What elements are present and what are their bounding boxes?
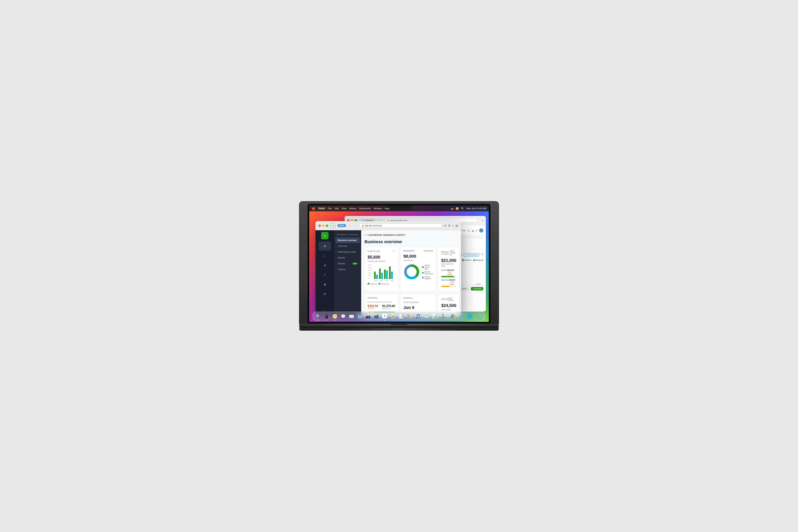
- dock-numbers[interactable]: 📊: [431, 312, 438, 320]
- dock-appstore[interactable]: 🛍️: [449, 312, 457, 320]
- sidebar-item-taxes[interactable]: ⊞: [319, 289, 331, 299]
- bg-notification-icon[interactable]: 🔔: [472, 229, 474, 232]
- pl-income-header: Income $29,000 8 to review: [441, 269, 456, 276]
- add-item-btn[interactable]: + Add item: [471, 287, 483, 290]
- menu-view[interactable]: View: [341, 207, 346, 210]
- close-button-fg[interactable]: [318, 225, 321, 227]
- cashflow-legend: Money in Money out: [368, 283, 395, 285]
- url-text: app.qbo.intuit.com: [365, 225, 382, 227]
- subnav-item-performance[interactable]: Performance center: [336, 249, 360, 255]
- dock-homebrew[interactable]: 🍺: [389, 312, 397, 320]
- dock-divider: [448, 313, 448, 319]
- dock-messages[interactable]: 💬: [339, 312, 347, 320]
- menu-help[interactable]: Help: [385, 207, 390, 210]
- dock-photos[interactable]: 📷: [364, 312, 372, 320]
- forward-button[interactable]: ›: [353, 224, 357, 228]
- menu-window[interactable]: Window: [374, 207, 382, 210]
- expenses-donut-chart: [403, 264, 420, 280]
- sales-period-label: Last month: [441, 309, 456, 311]
- dock-finder[interactable]: 🔍: [315, 312, 322, 320]
- dock-safari[interactable]: 🧭: [331, 312, 339, 320]
- subnav-item-reports[interactable]: Reports: [336, 255, 360, 261]
- pl-net-label: Net income for May: [441, 263, 456, 267]
- pl-card-title: PROFIT & LOSS: [441, 251, 450, 255]
- bg-user-avatar[interactable]: I: [479, 228, 483, 232]
- invoice-notdue-label: Not due yet: [382, 308, 395, 309]
- dock-keynote[interactable]: 🏃: [439, 312, 446, 320]
- sidebar-item-sales[interactable]: ◈: [319, 261, 331, 270]
- dock-launchpad[interactable]: 📱: [323, 312, 330, 320]
- income-progress-fill: [441, 276, 454, 277]
- apple-logo-icon[interactable]: 🍎: [312, 207, 315, 210]
- tab-group-button[interactable]: ⊞: [330, 223, 336, 228]
- settings-icon-bg[interactable]: ⚙: [481, 253, 483, 256]
- dock-mail[interactable]: ✉️: [348, 312, 355, 320]
- legend-teal-dot: [379, 283, 380, 285]
- qbo-subnav: Business overview Business overview Cash…: [334, 230, 361, 317]
- menu-history[interactable]: History: [349, 207, 356, 210]
- subnav-item-planner[interactable]: Planner New: [336, 261, 360, 266]
- dock-music[interactable]: 🎵: [414, 312, 422, 320]
- expenses-progress-fill: [441, 286, 450, 287]
- cashflow-card: CASH FLOW ••• $5,600 Current cash balanc…: [364, 247, 398, 292]
- income-progress-bar: [441, 276, 456, 277]
- subnav-item-business-overview[interactable]: Business overview: [336, 238, 360, 243]
- invoice-unpaid-row: $352.55 Overdue $1,375.60 Not due yet: [368, 304, 395, 310]
- expenses-review-badge[interactable]: 15 to review: [450, 281, 455, 285]
- bg-search-icon[interactable]: 🔍: [468, 229, 470, 232]
- cashflow-chart: [373, 264, 395, 279]
- subnav-item-cash-flow[interactable]: Cash flow: [336, 243, 360, 249]
- sales-card-title: SALES: [441, 298, 448, 300]
- new-badge-pill: New: [353, 263, 358, 265]
- reload-bg-icon[interactable]: ↺: [482, 219, 483, 222]
- menu-file[interactable]: File: [328, 207, 332, 210]
- bg-help[interactable]: ? Help: [460, 229, 466, 231]
- menubar-search-icon[interactable]: 🔍: [461, 207, 464, 210]
- chart-group-apr: [384, 269, 388, 279]
- expenses-card: EXPENSES Last month $8,000 Last month: [400, 247, 436, 292]
- address-bar-fg[interactable]: 🔒 app.qbo.intuit.com: [359, 223, 442, 228]
- reload-icon[interactable]: ↺: [444, 224, 446, 227]
- share-icon[interactable]: ⬆: [448, 224, 451, 227]
- reports-icon: ◉: [324, 283, 326, 286]
- pl-card-header: PROFIT & LOSS Last month ▼: [441, 250, 456, 256]
- dock-news[interactable]: 📰: [422, 312, 430, 320]
- back-button[interactable]: ‹: [348, 224, 352, 228]
- dock-freeform[interactable]: ✏️: [406, 312, 413, 320]
- rent-color-dot: [422, 266, 424, 268]
- sidebar-item-reports[interactable]: ◉: [319, 280, 331, 289]
- hamburger-icon[interactable]: ≡: [364, 233, 366, 236]
- menu-edit[interactable]: Edit: [335, 207, 339, 210]
- dock-maps[interactable]: 🗺️: [356, 312, 363, 320]
- payroll-card-title: PAYROLL: [403, 297, 413, 299]
- cashflow-menu-icon[interactable]: •••: [393, 250, 395, 253]
- dock-trash[interactable]: 🗑️: [476, 312, 483, 320]
- dock-calendar[interactable]: 📅 5: [381, 312, 388, 320]
- bar-feb-in: [374, 272, 376, 279]
- minimize-button-fg[interactable]: [322, 225, 325, 227]
- income-review-badge[interactable]: 8 to review: [448, 271, 453, 276]
- dock-reminders[interactable]: 📝: [398, 312, 405, 320]
- macbook-stand: [299, 328, 499, 330]
- subnav-item-projects[interactable]: Projects: [336, 267, 360, 272]
- menu-bookmarks[interactable]: Bookmarks: [359, 207, 371, 210]
- macos-desktop: 🍎 Safari File Edit View History Bookmark…: [309, 206, 489, 322]
- main-header: ≡ LOCKWOOD CERAMICS SUPPLY: [364, 233, 458, 236]
- lock-icon: 🔒: [362, 225, 364, 227]
- sidebar-item-banking[interactable]: □: [319, 251, 331, 260]
- pl-period: Last month ▼: [450, 250, 456, 256]
- sidebar-item-home[interactable]: ⊙: [319, 242, 331, 251]
- dock-facetime[interactable]: 📹: [373, 312, 380, 320]
- sales-period: Last month: [448, 297, 456, 301]
- work-tag[interactable]: Work: [338, 224, 346, 227]
- new-tab-icon[interactable]: +: [452, 224, 454, 227]
- fullscreen-button-fg[interactable]: [326, 225, 328, 227]
- bg-settings-icon[interactable]: ⚙: [476, 229, 478, 232]
- sales-amount: $24,500: [441, 303, 456, 308]
- dock-system-prefs[interactable]: ⚙️: [458, 312, 465, 320]
- dock-screentime[interactable]: 🌐: [466, 312, 473, 320]
- cash-balance-btn[interactable]: ✓ Cash balance: [463, 253, 480, 256]
- pl-expenses-row: Expenses $8,000 15 to review: [441, 279, 456, 287]
- sidebar-item-expenses[interactable]: ≡: [319, 270, 331, 279]
- tab-overview-icon[interactable]: ⊞: [456, 224, 458, 227]
